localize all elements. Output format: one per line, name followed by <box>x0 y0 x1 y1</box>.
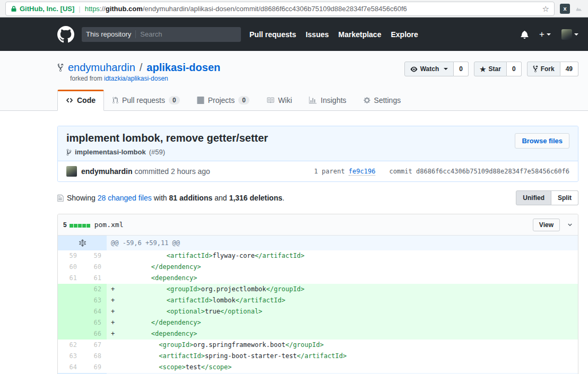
github-header: This repository Pull requests Issues Mar… <box>0 18 588 51</box>
header-search[interactable]: This repository <box>82 27 241 42</box>
tab-counter: 0 <box>238 96 249 105</box>
tab-pull-requests[interactable]: Pull requests 0 <box>104 90 188 111</box>
old-line-number[interactable]: 63 <box>58 351 82 362</box>
code-icon <box>66 97 73 104</box>
nav-explore[interactable]: Explore <box>391 30 418 39</box>
new-line-number[interactable]: 68 <box>82 351 107 362</box>
new-line-number[interactable]: 61 <box>82 273 107 284</box>
tab-label: Pull requests <box>122 96 165 105</box>
forked-from-link[interactable]: idtazkia/aplikasi-dosen <box>104 75 168 82</box>
new-line-number[interactable]: 67 <box>82 340 107 351</box>
old-line-number[interactable] <box>58 306 82 317</box>
address-bar[interactable]: GitHub, Inc. [US] | https :// github.com… <box>5 2 555 16</box>
tab-projects[interactable]: Projects 0 <box>188 90 258 111</box>
browse-files-button[interactable]: Browse files <box>515 133 569 149</box>
browser-extension-icon[interactable]: x <box>560 4 570 14</box>
watch-count[interactable]: 0 <box>454 62 469 76</box>
unfold-icon <box>79 239 86 247</box>
tab-label: Insights <box>321 96 346 105</box>
diff-line: 6161 <dependency> <box>58 273 578 284</box>
security-chip[interactable]: GitHub, Inc. [US] <box>20 5 74 13</box>
file-name[interactable]: pom.xml <box>94 221 124 229</box>
diff-code: + <artifactId>lombok</artifactId> <box>107 295 578 306</box>
with-label: with <box>154 194 167 202</box>
new-line-number[interactable]: 63 <box>82 295 107 306</box>
unified-button[interactable]: Unified <box>516 190 551 205</box>
notifications-bell-icon[interactable] <box>521 30 529 39</box>
file-header: 5 pom.xml View <box>58 214 578 236</box>
repo-separator: / <box>140 62 143 74</box>
tab-wiki[interactable]: Wiki <box>258 90 300 111</box>
bookmark-star-icon[interactable]: ☆ <box>538 5 549 13</box>
nav-marketplace[interactable]: Marketplace <box>339 30 382 39</box>
commit-branch-line: implementasi-lombok (#59) <box>66 148 569 156</box>
search-input[interactable] <box>136 30 240 38</box>
star-label: Star <box>489 64 501 74</box>
nav-pull-requests[interactable]: Pull requests <box>249 30 296 39</box>
screen: GitHub, Inc. [US] | https :// github.com… <box>0 0 588 374</box>
nav-issues[interactable]: Issues <box>306 30 329 39</box>
browser-extension-dim-icon[interactable] <box>575 5 583 12</box>
old-line-number[interactable]: 60 <box>58 262 82 273</box>
new-line-number[interactable]: 59 <box>82 250 107 262</box>
repo-owner-link[interactable]: endymuhardin <box>68 62 135 74</box>
diff-line: 6469 <scope>test</scope> <box>58 362 578 373</box>
new-line-number[interactable]: 62 <box>82 284 107 295</box>
context-marker <box>111 273 120 284</box>
star-group: ★ Star 0 <box>474 62 522 76</box>
old-line-number[interactable] <box>58 295 82 306</box>
commit-author-link[interactable]: endymuhardin <box>81 167 132 176</box>
star-button[interactable]: ★ Star <box>474 62 507 76</box>
diff-code: <groupId>org.springframework.boot</group… <box>107 340 578 351</box>
diff-code: <artifactId>flyway-core</artifactId> <box>107 250 578 262</box>
old-line-number[interactable] <box>58 284 82 295</box>
new-line-number[interactable]: 65 <box>82 317 107 328</box>
commit-time: committed 2 hours ago <box>134 167 210 176</box>
tab-code[interactable]: Code <box>57 90 104 111</box>
repo-name-link[interactable]: aplikasi-dosen <box>146 62 220 74</box>
view-file-button[interactable]: View <box>533 219 560 231</box>
user-menu[interactable] <box>561 29 578 40</box>
changed-files-link[interactable]: 28 changed files <box>98 194 152 202</box>
url-scheme: https <box>85 5 100 13</box>
fork-count[interactable]: 49 <box>560 62 578 76</box>
diff-line: 62+ <groupId>org.projectlombok</groupId> <box>58 284 578 295</box>
pr-reference[interactable]: (#59) <box>149 148 165 156</box>
old-line-number[interactable]: 64 <box>58 362 82 373</box>
avatar[interactable] <box>66 166 77 177</box>
fork-button[interactable]: Fork <box>527 62 560 76</box>
old-line-number[interactable] <box>58 317 82 328</box>
watch-button[interactable]: Watch <box>404 62 454 76</box>
diff-line: 6368 <artifactId>spring-boot-starter-tes… <box>58 351 578 362</box>
file-diff-box: 5 pom.xml View @@ -59,6 <box>57 214 578 374</box>
tab-settings[interactable]: Settings <box>355 90 410 111</box>
additions-count: 81 additions <box>169 194 213 202</box>
url-host: github.com <box>106 5 143 13</box>
branch-name[interactable]: implementasi-lombok <box>75 148 146 156</box>
commit-meta: endymuhardin committed 2 hours ago 1 par… <box>58 161 578 181</box>
new-line-number[interactable]: 64 <box>82 306 107 317</box>
star-count[interactable]: 0 <box>507 62 522 76</box>
new-line-number[interactable]: 60 <box>82 262 107 273</box>
parent-sha-link[interactable]: fe9c196 <box>349 168 376 176</box>
new-line-number[interactable]: 66 <box>82 328 107 340</box>
github-logo-icon[interactable] <box>57 26 74 43</box>
browser-toolbar: GitHub, Inc. [US] | https :// github.com… <box>0 0 588 18</box>
create-new-menu[interactable]: + <box>539 30 551 39</box>
repo-header: Watch 0 ★ Star 0 <box>0 51 588 111</box>
url-separator: :// <box>100 5 106 13</box>
old-line-number[interactable] <box>58 328 82 340</box>
context-marker <box>111 262 120 273</box>
diff-code: + <groupId>org.projectlombok</groupId> <box>107 284 578 295</box>
split-button[interactable]: Split <box>551 190 578 205</box>
old-line-number[interactable]: 61 <box>58 273 82 284</box>
expand-diff-button[interactable] <box>58 236 107 250</box>
eye-icon <box>410 66 418 73</box>
new-line-number[interactable]: 69 <box>82 362 107 373</box>
old-line-number[interactable]: 62 <box>58 340 82 351</box>
tab-insights[interactable]: Insights <box>300 90 354 111</box>
commit-label: commit <box>389 168 412 175</box>
old-line-number[interactable]: 59 <box>58 250 82 262</box>
chevron-down-icon[interactable] <box>567 222 573 228</box>
parent-label: 1 parent <box>314 168 345 175</box>
